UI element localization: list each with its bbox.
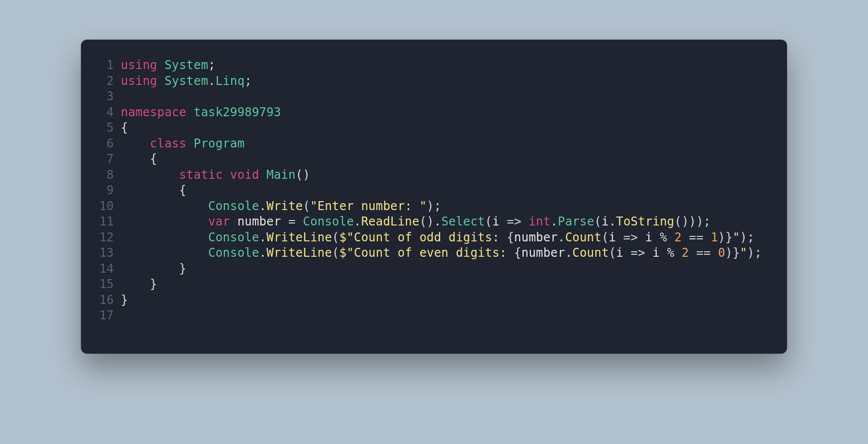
token-op: % [660, 246, 682, 260]
line-number: 10 [91, 199, 121, 215]
page-frame: 1using System;2using System.Linq;34names… [0, 0, 868, 444]
token-kw: void [230, 168, 266, 182]
token-call: ToString [616, 215, 674, 228]
code-line: 1using System; [91, 58, 772, 74]
code-line: 11 var number = Console.ReadLine().Selec… [91, 214, 772, 230]
code-line: 4namespace task29989793 [91, 105, 772, 121]
token-pun: } [121, 293, 128, 307]
code-line: 15 } [91, 277, 772, 293]
line-content [121, 89, 772, 105]
line-number: 8 [91, 167, 121, 183]
token-pun: (). [420, 215, 441, 228]
token-pun: . [259, 246, 266, 260]
code-line: 17 [91, 308, 772, 324]
line-number: 9 [91, 183, 121, 199]
token-call: WriteLine [266, 230, 332, 244]
token-kw: class [150, 137, 194, 150]
token-op: == [689, 246, 718, 260]
token-str: $"Count of odd digits: [340, 230, 507, 244]
line-content: { [121, 151, 772, 167]
token-pun: ( [609, 246, 616, 260]
code-line: 5{ [91, 120, 772, 136]
token-str: " [733, 230, 740, 244]
line-number: 11 [91, 214, 121, 230]
code-line: 2using System.Linq; [91, 74, 772, 89]
token-pun: } [121, 262, 186, 276]
token-pun: . [259, 230, 266, 244]
token-kw: int [528, 215, 550, 228]
token-kw: using [121, 58, 165, 72]
token-type: Select [441, 215, 485, 228]
code-line: 14 } [91, 261, 772, 277]
code-line: 8 static void Main() [91, 167, 772, 183]
token-pun [121, 215, 208, 228]
token-num: 0 [718, 246, 725, 260]
token-prm: i [652, 246, 660, 260]
token-call: Count [565, 230, 602, 244]
line-number: 15 [91, 277, 121, 293]
token-pun: ( [485, 215, 493, 228]
token-op: => [623, 246, 653, 260]
token-pun [121, 137, 150, 150]
token-op: % [652, 230, 674, 244]
line-number: 2 [91, 74, 121, 89]
line-content: } [121, 261, 772, 277]
token-type: Console [303, 215, 354, 228]
token-type: Program [194, 137, 245, 150]
token-op: => [500, 215, 529, 228]
token-str: "Enter number: " [310, 199, 427, 213]
line-content: Console.WriteLine($"Count of even digits… [121, 245, 772, 261]
line-content [121, 308, 772, 324]
token-pun [121, 199, 208, 213]
line-content: using System.Linq; [121, 74, 772, 89]
token-type: Parse [558, 215, 594, 228]
line-content: using System; [121, 58, 772, 74]
token-type: Console [208, 199, 260, 213]
token-type: Linq [215, 74, 245, 88]
code-editor-panel: 1using System;2using System.Linq;34names… [81, 40, 787, 354]
token-num: 2 [682, 246, 689, 260]
token-pun: ) [725, 246, 733, 260]
token-pun: . [550, 215, 558, 228]
token-str: " [740, 246, 747, 260]
token-pun: ( [332, 230, 340, 244]
token-pun: ( [303, 199, 310, 213]
line-number: 1 [91, 58, 121, 74]
token-call: Count [572, 246, 608, 260]
token-pun: ( [602, 230, 609, 244]
token-prm: i [492, 215, 500, 228]
token-kw: using [121, 74, 165, 88]
token-pun: . [208, 74, 216, 88]
token-op: = [281, 215, 303, 228]
token-kw: static [179, 168, 230, 182]
line-content: } [121, 293, 772, 308]
token-prm: i [616, 246, 623, 260]
token-pun: . [609, 215, 616, 228]
code-line: 13 Console.WriteLine($"Count of even dig… [91, 245, 772, 261]
token-pun: { [514, 246, 521, 260]
line-content: { [121, 120, 772, 136]
token-pun: ); [427, 199, 441, 213]
token-pun: { [507, 230, 514, 244]
token-num: 1 [711, 230, 718, 244]
token-pun [121, 246, 208, 260]
token-pun [121, 168, 179, 182]
code-line: 16} [91, 293, 772, 308]
line-content: class Program [121, 136, 772, 152]
token-num: 2 [674, 230, 682, 244]
token-kw: var [208, 215, 238, 228]
code-line: 3 [91, 89, 772, 105]
token-idv: number [237, 215, 281, 228]
line-number: 17 [91, 308, 121, 324]
token-prm: i [602, 215, 609, 228]
line-number: 13 [91, 245, 121, 261]
token-pun: . [259, 199, 266, 213]
token-type: Console [208, 230, 260, 244]
line-content: Console.WriteLine($"Count of odd digits:… [121, 230, 772, 246]
token-call: ReadLine [361, 215, 419, 228]
token-pun: . [565, 246, 573, 260]
line-content: { [121, 183, 772, 199]
token-type: Console [208, 246, 260, 260]
token-pun: } [733, 246, 740, 260]
code-line: 12 Console.WriteLine($"Count of odd digi… [91, 230, 772, 246]
